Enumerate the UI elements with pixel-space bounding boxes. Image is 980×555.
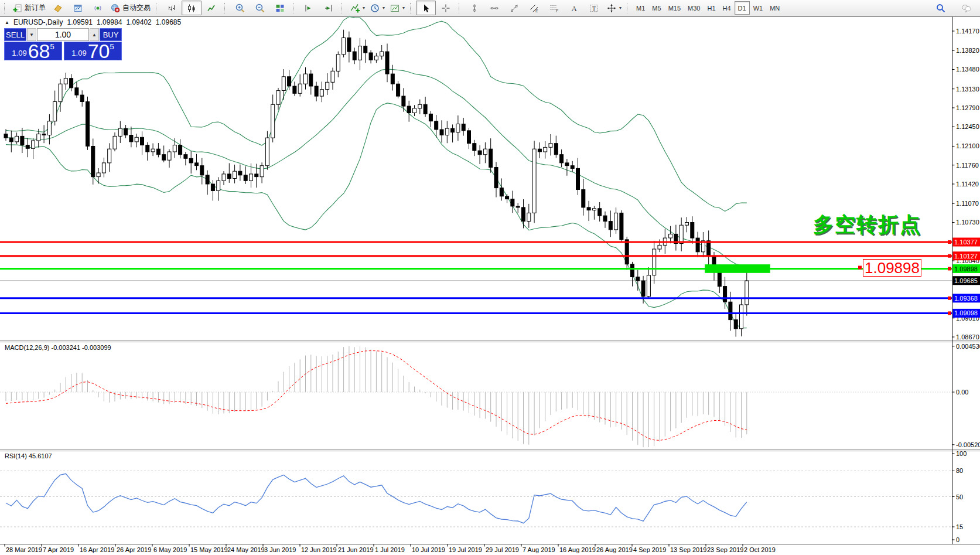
- text-button[interactable]: A: [564, 1, 584, 15]
- timeframe-m15-button[interactable]: M15: [665, 1, 684, 15]
- bollinger-band-l: [6, 103, 747, 328]
- chart-shift-button[interactable]: [319, 1, 339, 15]
- bars-chart-icon: [166, 3, 177, 13]
- cursor-button[interactable]: [416, 1, 436, 15]
- svg-text:80: 80: [956, 467, 963, 474]
- eraser-button[interactable]: [48, 1, 68, 15]
- chat-button[interactable]: [957, 1, 976, 15]
- rsi-indicator-label: RSI(14) 45.6107: [5, 452, 52, 459]
- svg-text:1.09098: 1.09098: [954, 309, 978, 316]
- chart-window-button[interactable]: [68, 1, 88, 15]
- buy-price-button[interactable]: 1.09 70 5: [64, 42, 122, 60]
- svg-text:1.11070: 1.11070: [956, 200, 979, 207]
- toolbar-group-chart-type: [153, 0, 221, 16]
- svg-text:0.004536: 0.004536: [956, 343, 980, 350]
- svg-text:26 Apr 2019: 26 Apr 2019: [117, 546, 151, 553]
- svg-text:1.10127: 1.10127: [954, 253, 978, 260]
- collapse-arrow-icon[interactable]: ▲: [5, 20, 9, 25]
- svg-text:15: 15: [956, 523, 963, 530]
- timeframe-d1-button[interactable]: D1: [735, 1, 750, 15]
- svg-text:1.14170: 1.14170: [956, 28, 979, 35]
- sell-price-big: 68: [28, 43, 50, 59]
- svg-text:E: E: [535, 9, 538, 13]
- toolbar-group-draw: EFAT▾: [456, 0, 624, 16]
- timeframe-h1-button[interactable]: H1: [704, 1, 719, 15]
- macd-indicator-label: MACD(12,26,9) -0.003241 -0.003099: [5, 344, 111, 351]
- timeframe-mn-button[interactable]: MN: [766, 1, 783, 15]
- zoom-in-button[interactable]: [230, 1, 250, 15]
- auto-scroll-icon: [303, 3, 314, 13]
- crosshair-button[interactable]: [436, 1, 456, 15]
- toolbar-grip: [156, 3, 160, 13]
- volume-up-button[interactable]: ▲: [90, 28, 99, 41]
- svg-text:1.09898: 1.09898: [954, 265, 978, 273]
- horizontal-line-icon: [489, 3, 500, 13]
- fibonacci-button[interactable]: F: [544, 1, 564, 15]
- signal-button[interactable]: [88, 1, 108, 15]
- periods-button[interactable]: ▾: [367, 1, 387, 15]
- autotrade-icon: [110, 3, 121, 13]
- autotrade-label: 自动交易: [122, 3, 151, 13]
- timeframe-m1-button[interactable]: M1: [633, 1, 648, 15]
- auto-scroll-button[interactable]: [299, 1, 319, 15]
- svg-text:4 Sep 2019: 4 Sep 2019: [633, 546, 666, 553]
- bollinger-band-m: [6, 69, 747, 265]
- horizontal-line-button[interactable]: [484, 1, 504, 15]
- sell-price-button[interactable]: 1.09 68 5: [4, 42, 62, 60]
- ohlc-close: 1.09685: [156, 18, 181, 26]
- volume-input[interactable]: [37, 28, 89, 41]
- line-chart-icon: [206, 3, 217, 13]
- buy-price-pip: 5: [110, 43, 114, 50]
- price-chart[interactable]: 1.141701.138201.134801.131301.127901.124…: [0, 0, 980, 555]
- svg-text:26 Aug 2019: 26 Aug 2019: [596, 546, 633, 553]
- timeframe-m30-button[interactable]: M30: [684, 1, 704, 15]
- ohlc-high: 1.09984: [97, 18, 122, 26]
- dropdown-arrow-icon[interactable]: ▾: [363, 5, 365, 11]
- new-order-button[interactable]: 新订单: [10, 1, 48, 15]
- svg-text:1.12450: 1.12450: [956, 123, 979, 130]
- svg-text:1.09685: 1.09685: [954, 277, 978, 284]
- buy-price-big: 70: [88, 43, 110, 59]
- toolbar-group-trade: 新订单自动交易: [1, 0, 153, 16]
- zoom-out-button[interactable]: [250, 1, 270, 15]
- toolbar-group-timeframes: M1M5M15M30H1H4D1W1MN: [624, 0, 783, 16]
- dropdown-arrow-icon[interactable]: ▾: [402, 5, 405, 11]
- templates-button[interactable]: ▾: [387, 1, 407, 15]
- svg-text:23 Sep 2019: 23 Sep 2019: [707, 546, 743, 553]
- timeframe-m5-button[interactable]: M5: [648, 1, 664, 15]
- bars-chart-button[interactable]: [162, 1, 182, 15]
- indicators-button[interactable]: ▾: [347, 1, 367, 15]
- templates-icon: [390, 3, 400, 13]
- price-level-annotation-box[interactable]: 1.09898: [863, 259, 921, 277]
- trend-line-button[interactable]: [504, 1, 524, 15]
- text-label-button[interactable]: T: [584, 1, 604, 15]
- dropdown-arrow-icon[interactable]: ▾: [619, 5, 622, 11]
- timeframe-w1-button[interactable]: W1: [750, 1, 767, 15]
- svg-text:1.12790: 1.12790: [956, 104, 979, 111]
- candles-chart-button[interactable]: [182, 1, 202, 15]
- channel-button[interactable]: E: [524, 1, 544, 15]
- zoom-out-icon: [255, 3, 265, 13]
- sell-price-prefix: 1.09: [12, 47, 26, 59]
- sell-price-pip: 5: [50, 43, 54, 50]
- search-button[interactable]: [931, 1, 951, 15]
- sell-button[interactable]: SELL: [4, 28, 26, 41]
- crosshair-icon: [441, 3, 451, 13]
- search-icon: [935, 3, 946, 13]
- svg-text:50: 50: [956, 493, 963, 500]
- line-chart-button[interactable]: [202, 1, 221, 15]
- dropdown-arrow-icon[interactable]: ▾: [383, 5, 385, 11]
- volume-down-button[interactable]: ▼: [27, 28, 36, 41]
- arrows-button[interactable]: ▾: [604, 1, 624, 15]
- candles-chart-icon: [186, 3, 197, 13]
- svg-text:15 May 2019: 15 May 2019: [190, 546, 228, 553]
- tile-windows-button[interactable]: [270, 1, 290, 15]
- svg-text:1.11420: 1.11420: [956, 181, 979, 188]
- toolbar-group-add-objects: ▾▾▾: [339, 0, 407, 16]
- svg-text:16 Apr 2019: 16 Apr 2019: [80, 546, 114, 553]
- vertical-line-button[interactable]: [465, 1, 484, 15]
- buy-button[interactable]: BUY: [100, 28, 122, 41]
- timeframe-h4-button[interactable]: H4: [719, 1, 735, 15]
- autotrade-button[interactable]: 自动交易: [108, 1, 153, 15]
- ohlc-open: 1.09591: [67, 18, 93, 26]
